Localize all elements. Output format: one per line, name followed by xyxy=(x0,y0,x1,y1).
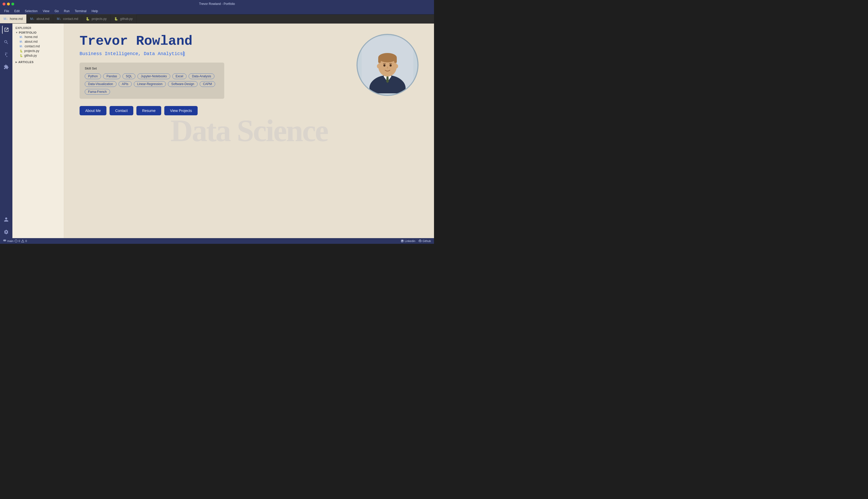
md-icon: M↓ xyxy=(4,17,8,21)
tab-projects-py[interactable]: 🐍 projects.py xyxy=(82,14,111,23)
tab-bar: M↓ home.md M↓ about.md M↓ contact.md 🐍 p… xyxy=(0,14,434,24)
linkedin-icon xyxy=(401,240,404,243)
menu-terminal[interactable]: Terminal xyxy=(73,9,88,13)
skill-tag: CAPM xyxy=(200,81,215,87)
status-right: Linkedin Github xyxy=(401,240,431,243)
sidebar-file-home-md[interactable]: M↓ home.md xyxy=(12,35,64,39)
menu-edit[interactable]: Edit xyxy=(12,9,22,13)
portfolio-label: Portfolio xyxy=(19,31,37,34)
menu-bar: File Edit Selection View Go Run Terminal… xyxy=(0,8,434,14)
md-file-icon: M↓ xyxy=(20,45,23,48)
svg-point-12 xyxy=(395,64,398,68)
file-name: github.py xyxy=(24,54,37,57)
source-control-icon[interactable] xyxy=(2,50,10,59)
skill-tag: Fama-French xyxy=(85,89,110,95)
app: M↓ home.md M↓ about.md M↓ contact.md 🐍 p… xyxy=(0,14,434,244)
action-buttons: About Me Contact Resume View Projects xyxy=(79,106,346,115)
profile-name: Trevor Rowland xyxy=(79,34,346,49)
skill-tag: SQL xyxy=(123,73,135,79)
contact-button[interactable]: Contact xyxy=(110,106,133,115)
articles-label: Articles xyxy=(18,61,34,64)
error-icon xyxy=(14,240,17,243)
about-me-button[interactable]: About Me xyxy=(79,106,106,115)
menu-run[interactable]: Run xyxy=(62,9,72,13)
skill-tag: Data-Analysis xyxy=(189,73,214,79)
error-count: 0 xyxy=(14,240,20,243)
tab-label: about.md xyxy=(36,17,49,21)
warning-icon xyxy=(21,240,24,243)
profile-subtitle: Business Intelligence, Data Analytics| xyxy=(79,51,346,56)
main-content: Data Science Trevor Rowland Business Int… xyxy=(64,24,434,238)
py-icon: 🐍 xyxy=(114,17,118,21)
tab-label: github.py xyxy=(120,17,133,21)
sidebar-file-projects-py[interactable]: 🐍 projects.py xyxy=(12,49,64,53)
search-icon[interactable] xyxy=(2,38,10,46)
tab-label: contact.md xyxy=(63,17,78,21)
sidebar-file-github-py[interactable]: 🐍 github.py xyxy=(12,53,64,58)
skill-set-title: Skill Set xyxy=(85,67,219,70)
explorer-icon[interactable] xyxy=(2,26,10,34)
menu-view[interactable]: View xyxy=(40,9,51,13)
git-branch[interactable]: main xyxy=(3,240,13,243)
md-file-icon: M↓ xyxy=(20,36,23,38)
md-icon: M↓ xyxy=(30,17,34,21)
branch-name: main xyxy=(7,240,13,243)
profile-text: Trevor Rowland Business Intelligence, Da… xyxy=(79,34,346,115)
minimize-button[interactable] xyxy=(7,3,10,5)
skill-tag: Linear-Regression xyxy=(134,81,166,87)
svg-rect-8 xyxy=(394,58,397,63)
profile-image xyxy=(356,34,418,96)
close-button[interactable] xyxy=(3,3,5,5)
skill-tag: Software-Design xyxy=(168,81,198,87)
skill-tag: APIs xyxy=(118,81,132,87)
skill-tag: Jupyter-Notebooks xyxy=(137,73,170,79)
chevron-down-icon: ▼ xyxy=(15,31,18,34)
articles-folder[interactable]: ▶ Articles xyxy=(12,60,64,64)
account-icon[interactable] xyxy=(2,215,10,224)
traffic-lights xyxy=(3,3,14,5)
settings-icon[interactable] xyxy=(2,228,10,236)
svg-point-10 xyxy=(390,64,392,67)
md-icon: M↓ xyxy=(57,17,61,21)
menu-go[interactable]: Go xyxy=(52,9,61,13)
resume-button[interactable]: Resume xyxy=(136,106,161,115)
github-text: Github xyxy=(423,240,431,243)
github-link[interactable]: Github xyxy=(418,240,431,243)
svg-rect-7 xyxy=(378,58,381,63)
window-title: Trevor Rowland - Portfolio xyxy=(199,2,235,6)
tab-github-py[interactable]: 🐍 github.py xyxy=(111,14,137,23)
file-name: projects.py xyxy=(24,49,39,53)
tab-home-md[interactable]: M↓ home.md xyxy=(0,14,27,23)
profile-section: Trevor Rowland Business Intelligence, Da… xyxy=(79,34,418,115)
activity-bar-bottom xyxy=(2,215,10,236)
explorer-header: Explorer xyxy=(12,25,64,31)
sidebar-file-about-md[interactable]: M↓ about.md xyxy=(12,39,64,44)
cursor: | xyxy=(183,51,184,56)
linkedin-link[interactable]: Linkedin xyxy=(401,240,415,243)
menu-selection[interactable]: Selection xyxy=(23,9,39,13)
portfolio-folder[interactable]: ▼ Portfolio xyxy=(12,31,64,35)
status-bar: main 0 0 Linkedin Github xyxy=(0,238,434,244)
warning-count: 0 xyxy=(21,240,27,243)
tab-contact-md[interactable]: M↓ contact.md xyxy=(53,14,82,23)
sidebar-file-contact-md[interactable]: M↓ contact.md xyxy=(12,44,64,49)
file-name: about.md xyxy=(25,40,37,44)
linkedin-text: Linkedin xyxy=(405,240,415,243)
py-file-icon: 🐍 xyxy=(20,50,23,52)
skill-tag: Python xyxy=(85,73,101,79)
view-projects-button[interactable]: View Projects xyxy=(164,106,198,115)
skill-tags: PythonPandasSQLJupyter-NotebooksExcelDat… xyxy=(85,73,219,95)
menu-file[interactable]: File xyxy=(2,9,11,13)
file-name: home.md xyxy=(25,35,37,39)
github-icon xyxy=(418,240,422,243)
chevron-right-icon: ▶ xyxy=(15,61,17,63)
skill-tag: Pandas xyxy=(103,73,121,79)
menu-help[interactable]: Help xyxy=(90,9,100,13)
skill-tag: Excel xyxy=(172,73,187,79)
title-bar: Trevor Rowland - Portfolio xyxy=(0,0,434,8)
tab-about-md[interactable]: M↓ about.md xyxy=(27,14,53,23)
extensions-icon[interactable] xyxy=(2,63,10,71)
maximize-button[interactable] xyxy=(11,3,14,5)
activity-bar xyxy=(0,24,12,238)
md-file-icon: M↓ xyxy=(20,40,23,43)
